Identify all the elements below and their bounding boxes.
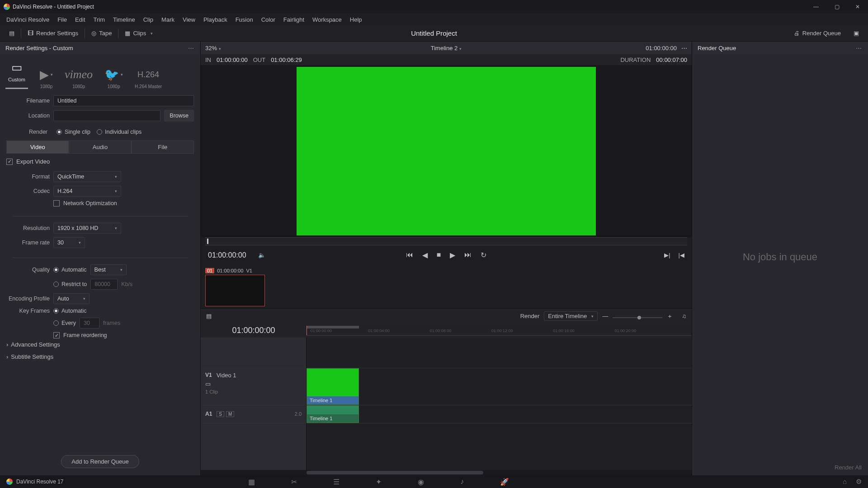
frame-reorder-checkbox[interactable]: ✓: [53, 332, 60, 338]
encoding-profile-select[interactable]: Auto▾: [53, 293, 90, 304]
menu-playback[interactable]: Playback: [200, 15, 231, 24]
window-close-button[interactable]: ✕: [847, 0, 868, 14]
network-opt-checkbox[interactable]: [53, 200, 60, 206]
preset-h264[interactable]: H.264 H.264 Master: [135, 68, 162, 89]
keyframes-every-radio[interactable]: Every: [53, 320, 76, 326]
loop-button[interactable]: ↻: [481, 251, 486, 259]
menu-mark[interactable]: Mark: [158, 15, 178, 24]
quick-export-icon[interactable]: ▤: [5, 28, 19, 38]
viewer-options-icon[interactable]: ⋯: [681, 45, 687, 52]
viewer-head-timecode[interactable]: 01:00:00:00: [646, 45, 677, 52]
page-deliver-icon[interactable]: 🚀: [500, 478, 509, 486]
zoom-out-button[interactable]: —: [602, 313, 608, 319]
audio-clip[interactable]: Timeline 1: [307, 405, 359, 423]
export-video-checkbox[interactable]: ✓: [6, 159, 13, 165]
resolution-select[interactable]: 868 x 488 HD▾: [53, 223, 121, 234]
play-button[interactable]: ▶: [450, 251, 455, 259]
tape-button[interactable]: ◎ Tape: [87, 28, 116, 38]
menu-view[interactable]: View: [179, 15, 199, 24]
keyframes-auto-radio[interactable]: Automatic: [53, 308, 87, 314]
render-all-button[interactable]: Render All: [835, 464, 862, 471]
mute-icon[interactable]: 🔈: [258, 252, 265, 258]
menu-davinci[interactable]: DaVinci Resolve: [3, 15, 53, 24]
first-frame-button[interactable]: ⏮: [406, 251, 413, 259]
zoom-in-button[interactable]: ＋: [667, 312, 673, 320]
menu-edit[interactable]: Edit: [71, 15, 89, 24]
last-frame-button[interactable]: ⏭: [464, 251, 472, 259]
next-clip-button[interactable]: ▶|: [664, 252, 670, 258]
page-cut-icon[interactable]: ✂: [291, 478, 297, 486]
menu-workspace[interactable]: Workspace: [309, 15, 345, 24]
quality-best-select[interactable]: Best▾: [90, 264, 127, 275]
framerate-select[interactable]: 30▾: [53, 237, 85, 248]
menu-clip[interactable]: Clip: [140, 15, 157, 24]
preset-youtube[interactable]: ▶ 1080p: [40, 68, 53, 89]
clip-thumbnail[interactable]: 0101:00:00:00V1: [205, 268, 265, 306]
window-maximize-button[interactable]: ▢: [826, 0, 847, 14]
timeline-scrollbar[interactable]: [201, 470, 692, 475]
timeline-view-icon[interactable]: ▤: [206, 313, 212, 319]
preset-custom[interactable]: ▭ Custom: [5, 61, 28, 89]
preset-twitter[interactable]: 🐦 1080p: [104, 68, 123, 89]
menu-color[interactable]: Color: [258, 15, 279, 24]
timeline-render-mode-select[interactable]: Entire Timeline: [544, 311, 598, 321]
timeline-name-dropdown[interactable]: Timeline 2: [431, 45, 462, 52]
tab-file[interactable]: File: [132, 141, 194, 154]
zoom-slider[interactable]: [613, 314, 662, 318]
page-fusion-icon[interactable]: ✦: [376, 478, 382, 486]
tab-video[interactable]: Video: [6, 141, 69, 154]
video-clip[interactable]: Timeline 1: [307, 368, 359, 405]
project-settings-icon[interactable]: ⚙: [856, 478, 862, 486]
page-edit-icon[interactable]: ☰: [333, 478, 340, 486]
timeline-playhead[interactable]: [307, 326, 307, 335]
tab-audio[interactable]: Audio: [69, 141, 131, 154]
menu-help[interactable]: Help: [346, 15, 366, 24]
preset-vimeo[interactable]: vimeo 1080p: [65, 68, 93, 89]
timeline-timecode[interactable]: 01:00:00:00: [201, 326, 307, 335]
menu-timeline[interactable]: Timeline: [109, 15, 139, 24]
menu-trim[interactable]: Trim: [90, 15, 109, 24]
step-back-button[interactable]: ◀: [422, 251, 428, 259]
zoom-dropdown[interactable]: 32%: [205, 45, 221, 52]
codec-select[interactable]: H.264▾: [53, 186, 121, 197]
a1-solo-button[interactable]: S: [217, 411, 224, 417]
timeline-ruler[interactable]: 01:00:00:00 01:00:04:00 01:00:08:00 01:0…: [307, 326, 692, 336]
home-icon[interactable]: ⌂: [843, 478, 847, 486]
render-queue-button[interactable]: 🖨 Render Queue: [789, 28, 845, 38]
playhead-icon[interactable]: [207, 239, 208, 244]
a1-mute-button[interactable]: M: [226, 411, 234, 417]
filename-input[interactable]: Untitled: [53, 95, 194, 106]
quality-restrict-radio[interactable]: Restrict to: [53, 281, 87, 287]
viewer-canvas[interactable]: [297, 67, 596, 235]
browse-button[interactable]: Browse: [164, 110, 194, 122]
render-queue-menu-icon[interactable]: ⋯: [856, 45, 863, 52]
render-settings-button[interactable]: 🎞 Render Settings: [23, 28, 83, 38]
render-settings-menu-icon[interactable]: ⋯: [188, 45, 195, 52]
page-color-icon[interactable]: ◉: [418, 478, 424, 486]
transport-timecode[interactable]: 01:00:00:00: [208, 251, 246, 259]
track-enable-icon[interactable]: ▭: [205, 380, 211, 387]
restrict-value-input[interactable]: 80000: [90, 279, 118, 290]
in-timecode[interactable]: 01:00:00:00: [217, 56, 248, 63]
stop-button[interactable]: ■: [437, 251, 441, 259]
menu-fairlight[interactable]: Fairlight: [280, 15, 308, 24]
individual-clips-radio[interactable]: Individual clips: [97, 129, 142, 135]
window-minimize-button[interactable]: —: [806, 0, 826, 14]
menu-file[interactable]: File: [54, 15, 71, 24]
page-fairlight-icon[interactable]: ♪: [460, 478, 464, 486]
menu-fusion[interactable]: Fusion: [232, 15, 257, 24]
format-select[interactable]: QuickTime▾: [53, 171, 121, 182]
page-media-icon[interactable]: ▦: [248, 478, 255, 486]
location-input[interactable]: [53, 110, 160, 121]
subtitle-settings-expander[interactable]: ›Subtitle Settings: [0, 351, 200, 363]
audio-meters-icon[interactable]: ♫: [682, 313, 686, 319]
keyframes-n-input[interactable]: 30: [80, 318, 99, 328]
a1-tag[interactable]: A1: [205, 411, 212, 417]
single-clip-radio[interactable]: Single clip: [57, 129, 90, 135]
advanced-settings-expander[interactable]: ›Advanced Settings: [0, 338, 200, 351]
quality-auto-radio[interactable]: Automatic: [53, 267, 87, 273]
out-timecode[interactable]: 01:00:06:29: [271, 56, 302, 63]
v1-tag[interactable]: V1: [205, 372, 212, 378]
capture-icon[interactable]: ▣: [849, 28, 863, 38]
add-to-queue-button[interactable]: Add to Render Queue: [61, 455, 139, 468]
